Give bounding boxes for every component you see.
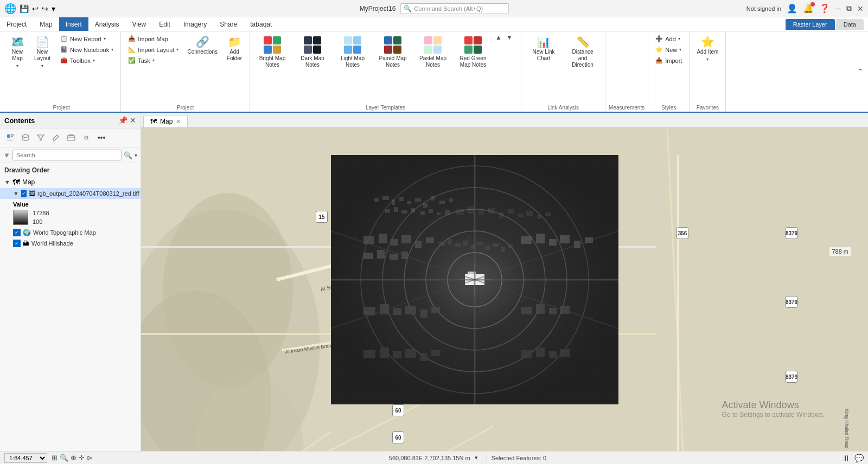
svg-rect-107 [493,243,499,247]
import-map-button[interactable]: 📥 Import Map [124,34,182,44]
menu-item-insert[interactable]: Insert [59,17,88,31]
svg-rect-7 [67,136,75,140]
user-icon[interactable]: 👤 [787,3,797,14]
svg-rect-31 [407,201,411,204]
menu-item-analysis[interactable]: Analysis [88,17,126,31]
search-submit-icon[interactable]: 🔍 [124,151,132,159]
toolbox-icon: 🧰 [60,57,68,64]
watermark-line1: Activate Windows [722,399,825,411]
import-style-button[interactable]: 📥 Import [652,55,686,66]
titlebar-left-icons: 🌐 💾 ↩ ↪ ▾ [4,3,55,15]
menu-item-view[interactable]: View [125,17,152,31]
redo-icon[interactable]: ↪ [42,4,48,13]
ribbon-group-favorites: ⭐ Add Item ▾ Favorites [690,31,726,112]
help-icon[interactable]: ❓ [819,3,830,14]
svg-rect-27 [374,198,379,202]
status-right-icon[interactable]: 💬 [854,454,864,462]
hillshade-checkbox[interactable] [13,240,21,247]
layer-checkbox[interactable] [21,190,27,197]
zoom-to-layer-icon[interactable]: 🔍 [60,454,68,462]
new-report-button[interactable]: 📋 New Report ▾ [56,34,117,44]
svg-rect-68 [415,241,422,248]
restore-btn[interactable]: ⧉ [846,4,852,13]
svg-marker-6 [37,135,44,140]
add-folder-button[interactable]: 📁 AddFolder [222,34,246,65]
menu-item-map[interactable]: Map [33,17,59,31]
connections-icon: 🔗 [196,36,209,47]
menubar: Project Map Insert Analysis View Edit Im… [0,17,868,31]
menu-item-share[interactable]: Share [213,17,244,31]
connections-button[interactable]: 🔗 Connections [183,34,221,58]
more-icon[interactable]: ▾ [52,4,55,13]
hillshade-label: World Hillshade [31,240,73,247]
layer-template-scroll-up[interactable]: ▲ [494,34,503,41]
new-map-button[interactable]: 🗺️ NewMap ▾ [5,34,29,71]
pan-icon[interactable]: ✛ [79,454,85,462]
list-by-drawing-order-btn[interactable] [3,131,17,145]
layer-template-scroll-down[interactable]: ▼ [505,34,514,41]
search-input[interactable] [12,150,122,160]
import-layout-button[interactable]: 📐 Import Layout ▾ [124,44,182,55]
ellipsis-icon: ••• [98,133,106,142]
zoom-extent-icon[interactable]: ⊞ [52,454,58,462]
properties-btn[interactable] [79,131,93,145]
menu-item-imagery[interactable]: Imagery [177,17,213,31]
add-item-button[interactable]: ⭐ Add Item ▾ [693,34,722,65]
dark-map-notes-button[interactable]: Dark Map Notes [293,34,331,71]
edit-layers-btn[interactable] [49,131,63,145]
stop-recording-icon[interactable]: ⏸ [843,454,850,462]
add-group-layer-btn[interactable] [64,131,78,145]
ribbon-collapse-icon[interactable]: ⌃ [857,67,864,76]
pastel-map-notes-button[interactable]: Pastel Map Notes [414,34,452,71]
filter-layers-btn[interactable] [34,131,48,145]
add-style-button[interactable]: ➕ Add ▾ [652,34,686,44]
coords-dropdown[interactable]: ▾ [475,454,478,461]
command-search-bar[interactable]: 🔍 Command Search (Alt+Q) [400,3,508,14]
sidebar-close-icon[interactable]: ✕ [130,116,136,125]
search-dropdown-icon[interactable]: ▾ [135,152,137,158]
close-btn[interactable]: ✕ [857,4,864,13]
svg-rect-54 [545,212,551,216]
svg-rect-93 [405,349,416,358]
zoom-in-icon[interactable]: ⊕ [71,454,76,462]
map-tab-main[interactable]: 🗺 Map ✕ [143,115,188,127]
distance-direction-button[interactable]: 📏 Distance and Direction [564,34,602,71]
more-options-btn[interactable]: ••• [94,131,108,145]
task-button[interactable]: ✅ Task ▾ [124,55,182,66]
new-style-button[interactable]: ⭐ New ▾ [652,44,686,55]
paired-map-notes-button[interactable]: Paired Map Notes [374,34,412,71]
auto-hide-icon[interactable]: 📌 [118,116,127,125]
save-icon[interactable]: 💾 [20,4,29,13]
svg-rect-87 [536,304,545,314]
menu-item-edit[interactable]: Edit [152,17,177,31]
red-green-map-notes-button[interactable]: Red Green Map Notes [454,34,492,71]
bright-map-notes-button[interactable]: Bright Map Notes [253,34,291,71]
toolbox-button[interactable]: 🧰 Toolbox ▾ [56,55,117,66]
bookmark-icon[interactable]: ⊳ [87,454,93,462]
menu-item-tabaqat[interactable]: tabaqat [244,17,278,31]
light-map-notes-button[interactable]: Light Map Notes [334,34,372,71]
svg-rect-28 [382,196,389,200]
map-layer-group[interactable]: ▼ 🗺 Map [0,176,141,188]
rgb-tiff-layer[interactable]: ▼ 🖼 rgb_output_20240704T080312_red.tiff [0,188,141,199]
topo-checkbox[interactable] [13,229,21,236]
new-notebook-button[interactable]: 📓 New Notebook ▾ [56,44,117,55]
svg-rect-109 [508,244,513,248]
map-tab-close[interactable]: ✕ [176,118,181,125]
watermark-line2: Go to Settings to activate Windows. [722,411,825,418]
map-view[interactable]: Al Salam Road Al Imam Muslim Branch Stre… [141,128,868,451]
minimize-btn[interactable]: ─ [835,4,841,13]
world-hillshade-layer[interactable]: 🏔 World Hillshade [0,238,141,249]
tab-data[interactable]: Data [836,19,864,30]
list-by-data-source-btn[interactable] [18,131,33,145]
notification-icon[interactable]: 🔔 [803,3,814,14]
new-layout-button[interactable]: 📄 NewLayout ▾ [30,34,54,71]
scale-selector[interactable]: 1:84,457 1:50,000 1:100,000 [4,453,47,463]
undo-icon[interactable]: ↩ [32,4,39,13]
king-khaled-road-label: King Khaled Road [845,409,850,449]
main-area: Contents 📌 ✕ [0,113,868,451]
new-link-chart-button[interactable]: 📊 New Link Chart [525,34,563,65]
tab-raster-layer[interactable]: Raster Layer [786,19,835,30]
menu-item-project[interactable]: Project [0,17,33,31]
world-topo-layer[interactable]: 🌍 World Topographic Map [0,227,141,238]
